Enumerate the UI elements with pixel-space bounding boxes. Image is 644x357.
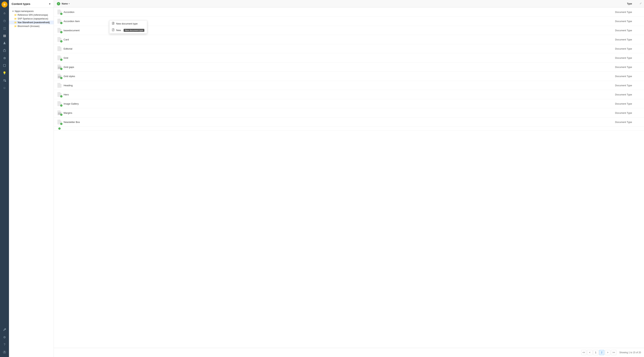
document-nav-icon[interactable]: ▤ <box>1 32 8 39</box>
row-type: Document Type <box>611 84 641 87</box>
list-item[interactable]: ✓ Margins Document Type <box>54 108 644 118</box>
check-badge-icon: ✓ <box>60 114 62 116</box>
check-badge-icon: ✓ <box>60 13 62 15</box>
row-type: Document Type <box>611 121 641 124</box>
row-type: Document Type <box>611 66 641 69</box>
name-column-header[interactable]: ✓ Name ▾ <box>57 2 70 6</box>
tree-label-referencespa: Reference SPA (referencespa) <box>18 14 48 16</box>
row-type: Document Type <box>611 11 641 14</box>
content-list: ✓ Accordion Document Type ✓ Accordion It… <box>54 8 644 348</box>
flower-nav-icon[interactable]: ✿ <box>1 55 8 61</box>
sidebar: Content types ▼ ▼ hippo:namespaces 📁 Ref… <box>9 0 54 357</box>
list-item[interactable]: ✓ Grid styles Document Type <box>54 72 644 81</box>
row-icon-wrap: ✓ <box>57 74 62 79</box>
bulb-nav-icon[interactable]: 💡 <box>1 70 8 76</box>
user-avatar-icon[interactable] <box>1 349 8 355</box>
row-type: Document Type <box>611 75 641 78</box>
context-new[interactable]: New New document type <box>110 27 147 34</box>
home-nav-icon[interactable]: ⌂ <box>1 10 8 17</box>
row-type: Document Type <box>611 102 641 105</box>
list-item[interactable]: ✓ Accordion Document Type <box>54 8 644 17</box>
doc-file-icon <box>58 83 62 88</box>
list-item[interactable]: ✓ <box>54 127 644 131</box>
tooltip-badge: New document type <box>124 29 144 32</box>
row-name: Hero <box>64 93 611 96</box>
page-2-button[interactable]: 2 <box>599 350 604 355</box>
row-type: Document Type <box>611 112 641 114</box>
row-icon-wrap <box>57 83 62 88</box>
row-name: Grid styles <box>64 75 611 78</box>
app-logo[interactable]: B <box>2 2 8 8</box>
check-badge-icon: ✓ <box>60 22 62 24</box>
row-type: Document Type <box>611 57 641 59</box>
folder-icon-1: 📁 <box>14 14 17 16</box>
row-type: Document Type <box>611 29 641 32</box>
check-badge-icon: ✓ <box>60 40 62 43</box>
row-type: Document Type <box>611 47 641 50</box>
gear-nav-icon[interactable]: ⚙ <box>1 334 8 340</box>
last-page-button[interactable]: >> <box>611 350 616 355</box>
list-item[interactable]: ✓ Hero Document Type <box>54 90 644 99</box>
row-icon-wrap: ✓ <box>57 92 62 97</box>
row-name: Grid <box>64 57 611 59</box>
row-type: Document Type <box>611 38 641 41</box>
page-info: Showing 1 to 15 of 20 <box>619 351 641 354</box>
row-name: Image Gallery <box>64 102 611 105</box>
filter-icon[interactable]: ▼ <box>48 3 51 6</box>
wrench-nav-icon[interactable] <box>1 326 8 333</box>
prev-page-button[interactable]: < <box>587 350 592 355</box>
type-column-header: Type <box>627 3 641 5</box>
tree-label-namespaces: hippo:namespaces <box>15 10 34 13</box>
users-nav-icon[interactable] <box>1 40 8 46</box>
box-nav-icon[interactable] <box>1 62 8 69</box>
tree-item-referencespa[interactable]: 📁 Reference SPA (referencespa) <box>9 13 54 17</box>
list-item[interactable]: Heading Document Type <box>54 81 644 90</box>
row-icon-wrap: ✓ <box>57 110 62 115</box>
check-badge-icon: ✓ <box>60 31 62 33</box>
tree-item-bloomreach[interactable]: 📁 Bloomreach (brxsaas) <box>9 24 54 28</box>
context-new-document-type[interactable]: New document type <box>110 21 147 27</box>
svg-rect-8 <box>112 29 114 31</box>
row-name: Heading <box>64 84 611 87</box>
help-nav-icon[interactable]: ? <box>1 341 8 348</box>
row-name: Newsletter Box <box>64 121 611 124</box>
check-all-icon[interactable]: ✓ <box>57 2 60 6</box>
row-type: Document Type <box>611 20 641 23</box>
tree-item-vuestorefront[interactable]: 📁 Vue Storefront (vuestorefront) <box>9 21 54 24</box>
check-badge-icon: ✓ <box>60 123 62 125</box>
first-page-button[interactable]: << <box>581 350 586 355</box>
profile-nav-icon[interactable]: ☺ <box>1 85 8 91</box>
tree-item-namespaces[interactable]: ▼ hippo:namespaces <box>9 9 54 13</box>
list-item[interactable]: Editorial Document Type <box>54 44 644 53</box>
tree-item-sapspartacus[interactable]: 📁 SAP Spartacus (sapspartacus) <box>9 17 54 21</box>
people-nav-icon[interactable] <box>1 77 8 84</box>
row-icon-wrap: ✓ <box>57 37 62 42</box>
row-icon-wrap: ✓ <box>57 119 62 125</box>
layers-nav-icon[interactable]: ◫ <box>1 25 8 32</box>
list-item[interactable]: ✓ Grid gaps Document Type <box>54 63 644 72</box>
row-icon-wrap: ✓ <box>57 9 62 15</box>
expand-icon[interactable]: ⤢ <box>640 2 642 5</box>
check-badge-icon: ✓ <box>58 127 60 130</box>
check-badge-icon: ✓ <box>60 59 62 61</box>
cart-nav-icon[interactable] <box>1 47 8 54</box>
name-column-label: Name <box>62 3 68 5</box>
row-name-card: Card <box>64 38 611 41</box>
list-item[interactable]: ✓ Newsletter Box Document Type <box>54 118 644 127</box>
list-item[interactable]: ✓ Image Gallery Document Type <box>54 99 644 108</box>
page-1-button[interactable]: 1 <box>593 350 598 355</box>
row-name: Margins <box>64 112 611 114</box>
sidebar-title: Content types <box>12 2 30 6</box>
context-menu: New document type New New document type <box>109 20 147 34</box>
list-item[interactable]: ✓ Grid Document Type <box>54 53 644 63</box>
row-name: Editorial <box>64 47 611 50</box>
folder-icon-3: 📁 <box>14 21 17 24</box>
check-badge-icon: ✓ <box>60 104 62 107</box>
pagination-bar: << < 1 2 > >> Showing 1 to 15 of 20 <box>54 348 644 357</box>
next-page-button[interactable]: > <box>605 350 610 355</box>
row-icon-wrap: ✓ <box>57 55 62 61</box>
row-name: Grid gaps <box>64 66 611 69</box>
svg-point-0 <box>4 42 5 43</box>
clock-nav-icon[interactable]: ◷ <box>1 17 8 24</box>
list-item[interactable]: ✓ Card Document Type <box>54 35 644 44</box>
